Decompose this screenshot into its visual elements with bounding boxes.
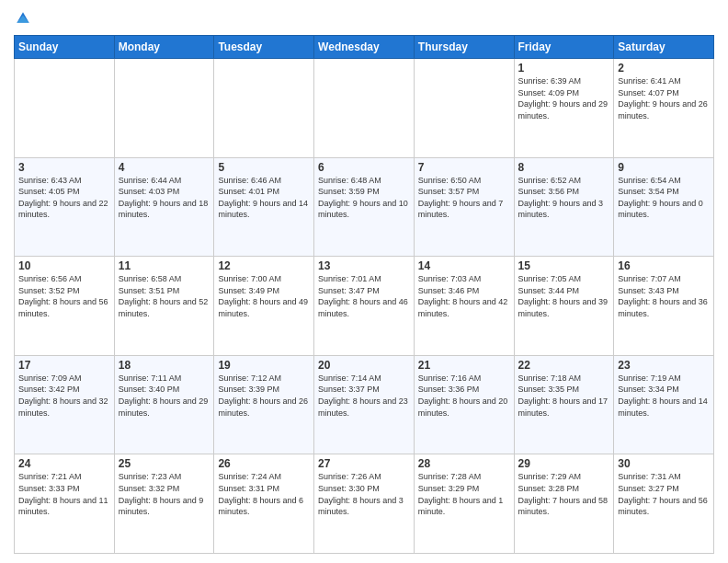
day-cell: 5Sunrise: 6:46 AM Sunset: 4:01 PM Daylig… — [214, 157, 314, 257]
day-cell: 14Sunrise: 7:03 AM Sunset: 3:46 PM Dayli… — [414, 257, 514, 356]
day-number: 25 — [119, 457, 210, 470]
col-header-tuesday: Tuesday — [214, 36, 314, 59]
day-info: Sunrise: 6:43 AM Sunset: 4:05 PM Dayligh… — [18, 175, 110, 221]
day-number: 4 — [119, 161, 210, 174]
day-number: 28 — [418, 457, 510, 470]
day-cell: 2Sunrise: 6:41 AM Sunset: 4:07 PM Daylig… — [614, 59, 714, 158]
col-header-saturday: Saturday — [614, 36, 714, 59]
day-number: 29 — [518, 457, 610, 470]
day-info: Sunrise: 6:50 AM Sunset: 3:57 PM Dayligh… — [418, 175, 510, 221]
col-header-monday: Monday — [114, 36, 214, 59]
day-cell: 28Sunrise: 7:28 AM Sunset: 3:29 PM Dayli… — [414, 454, 514, 554]
day-cell: 20Sunrise: 7:14 AM Sunset: 3:37 PM Dayli… — [314, 355, 415, 454]
day-number: 27 — [318, 457, 410, 470]
day-number: 16 — [618, 259, 710, 272]
day-number: 10 — [18, 259, 110, 272]
day-number: 30 — [618, 457, 710, 470]
day-info: Sunrise: 6:52 AM Sunset: 3:56 PM Dayligh… — [518, 175, 610, 221]
day-cell — [214, 59, 314, 158]
logo — [14, 9, 36, 28]
day-number: 2 — [618, 62, 710, 75]
day-cell: 26Sunrise: 7:24 AM Sunset: 3:31 PM Dayli… — [214, 454, 314, 554]
day-cell: 22Sunrise: 7:18 AM Sunset: 3:35 PM Dayli… — [514, 355, 614, 454]
day-info: Sunrise: 7:05 AM Sunset: 3:44 PM Dayligh… — [518, 273, 610, 319]
day-cell: 19Sunrise: 7:12 AM Sunset: 3:39 PM Dayli… — [214, 355, 314, 454]
day-info: Sunrise: 6:46 AM Sunset: 4:01 PM Dayligh… — [218, 175, 310, 221]
day-number: 19 — [218, 359, 310, 372]
day-cell: 25Sunrise: 7:23 AM Sunset: 3:32 PM Dayli… — [114, 454, 214, 554]
day-info: Sunrise: 6:56 AM Sunset: 3:52 PM Dayligh… — [18, 273, 110, 319]
day-cell: 4Sunrise: 6:44 AM Sunset: 4:03 PM Daylig… — [114, 157, 214, 257]
week-row-1: 1Sunrise: 6:39 AM Sunset: 4:09 PM Daylig… — [15, 59, 714, 158]
day-cell: 12Sunrise: 7:00 AM Sunset: 3:49 PM Dayli… — [214, 257, 314, 356]
day-cell — [414, 59, 514, 158]
day-cell: 3Sunrise: 6:43 AM Sunset: 4:05 PM Daylig… — [15, 157, 115, 257]
week-row-2: 3Sunrise: 6:43 AM Sunset: 4:05 PM Daylig… — [15, 157, 714, 257]
day-cell: 17Sunrise: 7:09 AM Sunset: 3:42 PM Dayli… — [15, 355, 115, 454]
day-info: Sunrise: 7:11 AM Sunset: 3:40 PM Dayligh… — [119, 373, 210, 419]
day-cell: 10Sunrise: 6:56 AM Sunset: 3:52 PM Dayli… — [15, 257, 115, 356]
day-number: 21 — [418, 359, 510, 372]
day-number: 13 — [318, 259, 410, 272]
day-info: Sunrise: 6:54 AM Sunset: 3:54 PM Dayligh… — [618, 175, 710, 221]
day-info: Sunrise: 7:16 AM Sunset: 3:36 PM Dayligh… — [418, 373, 510, 419]
day-cell: 29Sunrise: 7:29 AM Sunset: 3:28 PM Dayli… — [514, 454, 614, 554]
day-info: Sunrise: 7:24 AM Sunset: 3:31 PM Dayligh… — [218, 471, 310, 517]
day-number: 3 — [18, 161, 110, 174]
day-info: Sunrise: 7:19 AM Sunset: 3:34 PM Dayligh… — [618, 373, 710, 419]
day-number: 12 — [218, 259, 310, 272]
day-cell: 24Sunrise: 7:21 AM Sunset: 3:33 PM Dayli… — [15, 454, 115, 554]
day-cell: 23Sunrise: 7:19 AM Sunset: 3:34 PM Dayli… — [614, 355, 714, 454]
day-cell: 30Sunrise: 7:31 AM Sunset: 3:27 PM Dayli… — [614, 454, 714, 554]
calendar-header-row: SundayMondayTuesdayWednesdayThursdayFrid… — [15, 36, 714, 59]
day-number: 22 — [518, 359, 610, 372]
week-row-5: 24Sunrise: 7:21 AM Sunset: 3:33 PM Dayli… — [15, 454, 714, 554]
day-number: 6 — [318, 161, 410, 174]
day-cell: 13Sunrise: 7:01 AM Sunset: 3:47 PM Dayli… — [314, 257, 415, 356]
day-cell: 6Sunrise: 6:48 AM Sunset: 3:59 PM Daylig… — [314, 157, 415, 257]
day-info: Sunrise: 7:07 AM Sunset: 3:43 PM Dayligh… — [618, 273, 710, 319]
col-header-wednesday: Wednesday — [314, 36, 415, 59]
day-info: Sunrise: 7:23 AM Sunset: 3:32 PM Dayligh… — [119, 471, 210, 517]
day-number: 24 — [18, 457, 110, 470]
day-number: 11 — [119, 259, 210, 272]
day-cell: 8Sunrise: 6:52 AM Sunset: 3:56 PM Daylig… — [514, 157, 614, 257]
day-number: 20 — [318, 359, 410, 372]
day-number: 18 — [119, 359, 210, 372]
day-info: Sunrise: 7:31 AM Sunset: 3:27 PM Dayligh… — [618, 471, 710, 517]
week-row-4: 17Sunrise: 7:09 AM Sunset: 3:42 PM Dayli… — [15, 355, 714, 454]
day-cell: 9Sunrise: 6:54 AM Sunset: 3:54 PM Daylig… — [614, 157, 714, 257]
day-cell: 11Sunrise: 6:58 AM Sunset: 3:51 PM Dayli… — [114, 257, 214, 356]
header — [14, 9, 714, 28]
page: SundayMondayTuesdayWednesdayThursdayFrid… — [0, 0, 728, 563]
day-cell — [314, 59, 415, 158]
day-number: 8 — [518, 161, 610, 174]
day-info: Sunrise: 7:09 AM Sunset: 3:42 PM Dayligh… — [18, 373, 110, 419]
day-number: 26 — [218, 457, 310, 470]
week-row-3: 10Sunrise: 6:56 AM Sunset: 3:52 PM Dayli… — [15, 257, 714, 356]
day-info: Sunrise: 6:58 AM Sunset: 3:51 PM Dayligh… — [119, 273, 210, 319]
day-info: Sunrise: 7:21 AM Sunset: 3:33 PM Dayligh… — [18, 471, 110, 517]
col-header-thursday: Thursday — [414, 36, 514, 59]
day-cell: 16Sunrise: 7:07 AM Sunset: 3:43 PM Dayli… — [614, 257, 714, 356]
day-info: Sunrise: 7:29 AM Sunset: 3:28 PM Dayligh… — [518, 471, 610, 517]
day-info: Sunrise: 7:28 AM Sunset: 3:29 PM Dayligh… — [418, 471, 510, 517]
day-info: Sunrise: 7:03 AM Sunset: 3:46 PM Dayligh… — [418, 273, 510, 319]
svg-marker-1 — [17, 16, 28, 23]
day-cell: 15Sunrise: 7:05 AM Sunset: 3:44 PM Dayli… — [514, 257, 614, 356]
day-cell — [114, 59, 214, 158]
day-info: Sunrise: 6:41 AM Sunset: 4:07 PM Dayligh… — [618, 75, 710, 121]
logo-icon — [14, 9, 32, 28]
day-number: 17 — [18, 359, 110, 372]
day-info: Sunrise: 6:39 AM Sunset: 4:09 PM Dayligh… — [518, 75, 610, 121]
col-header-sunday: Sunday — [15, 36, 115, 59]
day-number: 7 — [418, 161, 510, 174]
day-info: Sunrise: 7:26 AM Sunset: 3:30 PM Dayligh… — [318, 471, 410, 517]
day-info: Sunrise: 7:14 AM Sunset: 3:37 PM Dayligh… — [318, 373, 410, 419]
day-number: 5 — [218, 161, 310, 174]
day-info: Sunrise: 6:44 AM Sunset: 4:03 PM Dayligh… — [119, 175, 210, 221]
day-number: 23 — [618, 359, 710, 372]
day-info: Sunrise: 7:12 AM Sunset: 3:39 PM Dayligh… — [218, 373, 310, 419]
day-info: Sunrise: 7:01 AM Sunset: 3:47 PM Dayligh… — [318, 273, 410, 319]
day-info: Sunrise: 7:18 AM Sunset: 3:35 PM Dayligh… — [518, 373, 610, 419]
